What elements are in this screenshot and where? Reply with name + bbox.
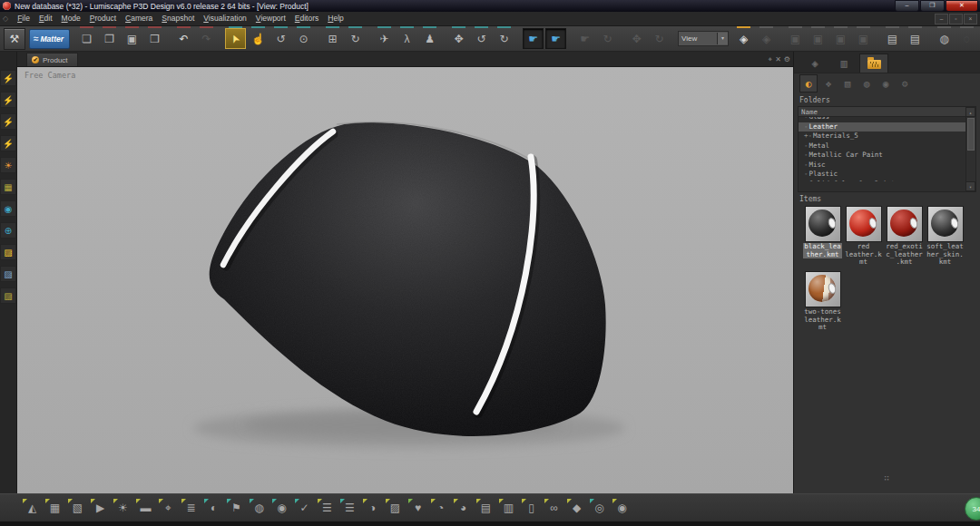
material-item[interactable]: red_exotic_leather.kmt (885, 206, 924, 267)
material-item[interactable]: red leather.kmt (844, 206, 883, 267)
tab-library[interactable]: ▥ (830, 54, 858, 73)
menu-item[interactable]: Product (85, 12, 121, 25)
surface-picker-button[interactable]: ◔ (430, 498, 451, 519)
video-capture-button[interactable]: ▶ (90, 498, 111, 519)
shaders-category-button[interactable]: ⚙ (897, 75, 913, 92)
rotate-disabled-button[interactable]: ↻ (649, 28, 670, 49)
tree-row[interactable]: Leather (799, 122, 965, 132)
favorites-button[interactable]: ♥ (407, 498, 428, 519)
textures-category-button[interactable]: ❖ (820, 75, 837, 92)
fly-mode-button[interactable]: ✈ (374, 28, 395, 49)
materials-category-button[interactable]: ◐ (799, 74, 818, 93)
redo-button[interactable]: ↷ (196, 28, 217, 49)
filmstrip-button[interactable]: ▤ (475, 498, 496, 519)
scroll-up-button[interactable]: ▴ (965, 107, 975, 117)
render-settings-button[interactable]: ▧ (67, 498, 88, 519)
camera-preset-4-button[interactable]: ▣ (853, 28, 874, 49)
stereo-glasses-button[interactable]: ∞ (544, 498, 564, 519)
presentation-button[interactable]: ▦ (0, 179, 16, 195)
material-item[interactable]: two-tones leather.kmt (803, 271, 842, 332)
viewport-canvas[interactable]: Free Camera (17, 66, 793, 493)
close-view-icon[interactable]: ✕ (775, 55, 781, 64)
material-editor-button[interactable]: ◑ (362, 498, 383, 519)
mdi-restore-button[interactable]: ▫ (949, 14, 963, 24)
pan-tool-button[interactable]: ☝ (248, 28, 269, 49)
orbit-tool-button[interactable]: ↺ (270, 28, 291, 49)
snapshot-export-button[interactable]: ▨ (0, 287, 16, 304)
render-still-button[interactable]: ◭ (22, 498, 43, 519)
lighting-button[interactable]: ☀ (0, 157, 16, 173)
save-button[interactable]: ▣ (122, 28, 142, 49)
tree-row[interactable]: Metal (799, 141, 965, 151)
notification-badge[interactable]: 34 (965, 497, 980, 521)
environment-sphere-button[interactable]: ◍ (934, 28, 955, 49)
backgrounds-category-button[interactable]: ◉ (877, 75, 894, 92)
tab-database[interactable] (859, 54, 888, 73)
render-mode-button[interactable]: ⚡ (0, 92, 16, 108)
environments-category-button[interactable]: ◍ (858, 75, 875, 92)
view-settings-icon[interactable]: ⚙ (784, 55, 790, 64)
apply-material-button[interactable]: ☛ (574, 28, 595, 49)
eye-focus-button[interactable]: ◉ (0, 200, 16, 217)
panel-resize-handle[interactable]: ∷ (884, 473, 889, 482)
lighting-editor-button[interactable]: ☀ (113, 498, 133, 519)
zoom-tool-button[interactable]: ⊙ (293, 28, 314, 49)
environment-sphere-off-button[interactable]: ◌ (956, 28, 977, 49)
bookmark-view-button[interactable]: ◈ (733, 28, 754, 49)
menu-item[interactable]: Mode (57, 12, 85, 25)
render-fx-button[interactable]: ⚡ (0, 135, 16, 151)
images-category-button[interactable]: ▧ (839, 75, 856, 92)
camera-preset-2-button[interactable]: ▣ (808, 28, 828, 49)
controller-button[interactable]: ⌖ (158, 498, 179, 519)
name-column-header[interactable]: Name (799, 107, 965, 117)
adjustments-button[interactable]: ≣ (181, 498, 201, 519)
views-library-button[interactable]: ◉ (271, 498, 292, 519)
tab-surfaces[interactable]: ◈ (801, 54, 828, 73)
eye-target-button[interactable]: ◉ (612, 498, 632, 519)
card-diamond-button[interactable]: ◆ (566, 498, 587, 519)
menu-item[interactable]: Camera (121, 12, 157, 25)
title-bar[interactable]: New database (*32) - Lumiscaphe P3D Desi… (0, 0, 980, 12)
validation-library-button[interactable]: ✓ (294, 498, 315, 519)
close-button[interactable]: ✕ (946, 0, 978, 12)
bookmark-add-button[interactable]: ◈ (756, 28, 777, 49)
maximize-button[interactable]: ❐ (920, 0, 945, 12)
open-database-button[interactable]: ❐ (99, 28, 120, 49)
material-item[interactable]: black_leather.kmt (803, 206, 842, 267)
new-database-button[interactable]: ❏ (76, 28, 97, 49)
matter-mode-button[interactable]: ≈ Matter (29, 29, 70, 49)
animation-editor-button[interactable]: ▬ (135, 498, 156, 519)
menu-item[interactable]: Snapshot (157, 12, 199, 25)
material-fx-button[interactable]: ◕ (453, 498, 474, 519)
camera-fx-button[interactable]: ▤ (905, 28, 926, 49)
grab-material-button[interactable]: ☛ (523, 28, 544, 49)
render-pause-button[interactable]: ⚡ (0, 113, 16, 130)
panel-wizard-button[interactable]: ▯ (521, 498, 542, 519)
translate-object-button[interactable]: ✥ (448, 28, 469, 49)
menu-item[interactable]: Visualization (199, 12, 251, 25)
move-disabled-button[interactable]: ✥ (626, 28, 647, 49)
configurations-list-button[interactable]: ☰ (317, 498, 338, 519)
realtime-render-button[interactable]: ⚡ (0, 70, 16, 86)
apply-rotate-button[interactable]: ↻ (597, 28, 618, 49)
material-item[interactable]: soft_leather_skin.kmt (926, 206, 965, 267)
select-tool-button[interactable]: ➤ (225, 28, 246, 49)
menu-item[interactable]: Edit (34, 12, 57, 25)
tree-row[interactable]: Metallic Car Paint (799, 151, 965, 161)
tree-scrollbar[interactable] (965, 117, 975, 181)
tree-row[interactable]: Plastic (799, 170, 965, 180)
camera-preset-3-button[interactable]: ▣ (830, 28, 851, 49)
scroll-down-button[interactable]: ▾ (965, 181, 975, 191)
grab-material-settings-button[interactable]: ☛ (545, 28, 566, 49)
target-button[interactable]: ⊕ (0, 222, 16, 239)
menu-item[interactable]: Editors (290, 12, 323, 25)
pin-view-icon[interactable]: ⌖ (769, 55, 773, 64)
products-list-button[interactable]: ☰ (339, 498, 360, 519)
mdi-close-button[interactable]: × (964, 14, 977, 24)
environments-library-button[interactable]: ◍ (249, 498, 270, 519)
save-as-button[interactable]: ❒ (144, 28, 165, 49)
camera-pan-button[interactable]: ⊞ (322, 28, 343, 49)
materials-library-button[interactable]: ◐ (203, 498, 224, 519)
rotate-axis-button[interactable]: ↻ (494, 28, 514, 49)
menu-item[interactable]: Help (323, 12, 348, 25)
